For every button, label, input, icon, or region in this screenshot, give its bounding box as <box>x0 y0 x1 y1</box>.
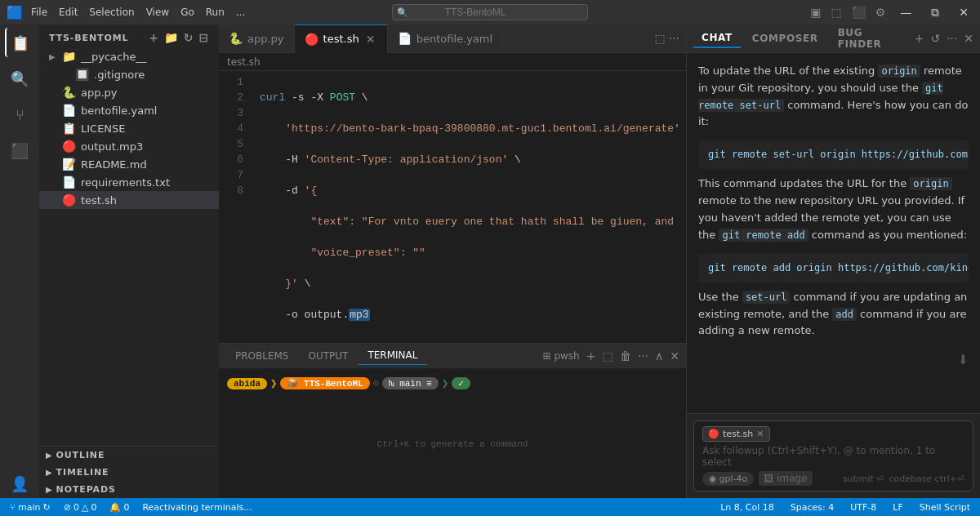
right-tab-actions: + ↺ ··· ✕ <box>914 32 973 45</box>
status-spaces[interactable]: Spaces: 4 <box>787 502 837 513</box>
activity-git[interactable]: ⑂ <box>5 100 34 129</box>
status-encoding[interactable]: UTF-8 <box>847 502 880 513</box>
status-branch[interactable]: ⑂ main ↻ <box>7 502 54 513</box>
chevron-right-icon: ▶ <box>46 485 53 494</box>
tree-item-bentofile[interactable]: 📄 bentofile.yaml <box>39 101 219 119</box>
editor-content: 1 2 3 4 5 6 7 8 curl -s -X POST \ 'https… <box>219 71 686 343</box>
new-chat-icon[interactable]: + <box>914 32 924 45</box>
right-tab-composer[interactable]: COMPOSER <box>744 29 826 47</box>
menu-run[interactable]: Run <box>206 7 225 18</box>
new-folder-icon[interactable]: 📁 <box>164 31 179 44</box>
tree-item-label: requirements.txt <box>81 176 170 189</box>
tab-bentofileyaml[interactable]: 📄 bentofile.yaml <box>388 24 503 53</box>
layout-icon3[interactable]: ⬛ <box>852 6 866 19</box>
status-errors[interactable]: ⊘ 0 △ 0 <box>60 502 100 513</box>
kill-terminal-icon[interactable]: 🗑 <box>620 349 631 363</box>
collapse-icon[interactable]: ⊟ <box>198 31 209 44</box>
encoding-label: UTF-8 <box>850 502 876 513</box>
layout-icon[interactable]: ▣ <box>810 6 821 19</box>
layout-icon2[interactable]: ⬚ <box>831 6 841 19</box>
new-file-icon[interactable]: + <box>149 31 159 44</box>
chat-message-2: This command updates the URL for the ori… <box>698 176 969 243</box>
restore-button[interactable]: ⧉ <box>926 4 944 21</box>
editor-area: 🐍 app.py 🔴 test.sh ✕ 📄 bentofile.yaml ⬚ … <box>219 24 686 498</box>
tree-item-requirements[interactable]: 📄 requirements.txt <box>39 173 219 191</box>
chat-file-badge[interactable]: 🔴 test.sh ✕ <box>702 426 770 442</box>
codebase-button[interactable]: codebase ctrl+⏎ <box>889 474 964 484</box>
activity-search[interactable]: 🔍 <box>5 64 34 93</box>
menu-view[interactable]: View <box>146 7 169 18</box>
tree-item-pycache[interactable]: ▶ 📁 __pycache__ <box>39 47 219 65</box>
inline-code: git remote set-url <box>698 82 943 112</box>
terminal-content: abida ❯ 📦 TTS-BentoML ⊙ ƕ main ≡ ❯ ✓ Ctr… <box>219 368 686 498</box>
shell-tab-icon: 🔴 <box>305 33 318 46</box>
menu-edit[interactable]: Edit <box>59 7 78 18</box>
status-language[interactable]: Shell Script <box>916 502 973 513</box>
tab-output[interactable]: OUTPUT <box>299 347 359 365</box>
tab-testsh[interactable]: 🔴 test.sh ✕ <box>295 24 388 53</box>
activity-extensions[interactable]: ⬛ <box>5 136 34 165</box>
terminal-close-icon[interactable]: ✕ <box>670 349 679 363</box>
more-actions-icon[interactable]: ··· <box>669 32 679 45</box>
timeline-panel-header[interactable]: ▶ TIMELINE <box>39 464 219 481</box>
terminal-more-icon[interactable]: ··· <box>638 349 648 363</box>
cursor-position: Ln 8, Col 18 <box>720 502 774 513</box>
file-badge-close[interactable]: ✕ <box>756 429 764 439</box>
scroll-bottom-icon[interactable]: ⬇ <box>958 352 969 367</box>
menu-selection[interactable]: Selection <box>89 7 134 18</box>
status-line-ending[interactable]: LF <box>889 502 906 513</box>
tab-close-button[interactable]: ✕ <box>364 33 377 46</box>
main-layout: 📋 🔍 ⑂ ⬛ 👤 TTS-BENTOML + 📁 ↻ ⊟ ▶ 📁 __pyca… <box>0 24 980 498</box>
tree-item-gitignore[interactable]: 🔲 .gitignore <box>39 65 219 83</box>
status-info[interactable]: 🔔 0 <box>106 502 132 513</box>
menu-more[interactable]: ... <box>236 7 245 18</box>
branch-name: main <box>18 502 40 513</box>
split-editor-icon[interactable]: ⬚ <box>654 32 665 45</box>
outline-panel-header[interactable]: ▶ OUTLINE <box>39 447 219 464</box>
close-button[interactable]: ✕ <box>954 4 973 20</box>
status-left: ⑂ main ↻ ⊘ 0 △ 0 🔔 0 Reactivating termin… <box>7 502 256 513</box>
activity-account[interactable]: 👤 <box>5 469 34 498</box>
tree-item-apppy[interactable]: 🐍 app.py <box>39 83 219 101</box>
tab-terminal[interactable]: TERMINAL <box>358 346 427 365</box>
tab-label: test.sh <box>323 33 359 45</box>
terminal-chevron-icon[interactable]: ∧ <box>655 349 663 363</box>
right-tab-bugfinder[interactable]: BUG FINDER <box>830 24 911 53</box>
refresh-icon[interactable]: ↻ <box>184 31 194 44</box>
tab-problems[interactable]: PROBLEMS <box>225 347 299 365</box>
settings-icon[interactable]: ⚙ <box>875 6 886 19</box>
right-tab-chat[interactable]: CHAT <box>693 29 741 48</box>
tree-item-readme[interactable]: 📝 README.md <box>39 155 219 173</box>
tree-item-outputmp3[interactable]: 🔴 output.mp3 <box>39 137 219 155</box>
warning-icon: △ <box>82 502 88 513</box>
chat-input-area: 🔴 test.sh ✕ Ask followup (Ctrl+Shift+Y),… <box>687 413 980 498</box>
line-ending-label: LF <box>893 502 902 513</box>
menu-go[interactable]: Go <box>180 7 194 18</box>
code-area[interactable]: curl -s -X POST \ 'https://bento-bark-bp… <box>252 71 681 343</box>
close-panel-icon[interactable]: ✕ <box>964 32 973 45</box>
menu-file[interactable]: File <box>31 7 47 18</box>
tab-apppy[interactable]: 🐍 app.py <box>219 24 295 53</box>
split-terminal-icon[interactable]: ⬚ <box>602 349 612 363</box>
chat-message-1: To update the URL of the existing origin… <box>698 63 969 131</box>
markdown-icon: 📝 <box>62 158 76 171</box>
notepads-panel-header[interactable]: ▶ NOTEPADS <box>39 481 219 498</box>
tree-item-label: LICENSE <box>81 122 126 135</box>
chevron-right-icon: ▶ <box>49 52 59 61</box>
titlebar-left: 🟦 File Edit Selection View Go Run ... <box>7 5 245 20</box>
sync-icon: ↻ <box>42 502 50 513</box>
chat-model-badge[interactable]: ◉ gpl-4o <box>702 472 754 486</box>
activity-bar: 📋 🔍 ⑂ ⬛ 👤 <box>0 24 39 498</box>
status-right: Ln 8, Col 18 Spaces: 4 UTF-8 LF Shell Sc… <box>717 502 973 513</box>
breadcrumb-file: test.sh <box>227 56 261 68</box>
chat-history-icon[interactable]: ↺ <box>930 32 940 45</box>
minimize-button[interactable]: — <box>895 4 916 20</box>
tree-item-testsh[interactable]: 🔴 test.sh <box>39 191 219 209</box>
activity-explorer[interactable]: 📋 <box>5 28 34 57</box>
image-button[interactable]: 🖼 image <box>759 471 812 486</box>
chat-more-icon[interactable]: ··· <box>947 32 957 45</box>
tree-item-license[interactable]: 📋 LICENSE <box>39 119 219 137</box>
add-terminal-icon[interactable]: + <box>586 349 596 363</box>
search-input[interactable] <box>392 4 588 20</box>
status-cursor[interactable]: Ln 8, Col 18 <box>717 502 777 513</box>
